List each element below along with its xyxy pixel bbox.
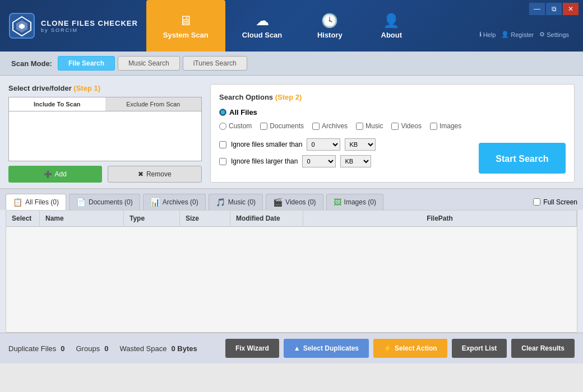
exclude-tab[interactable]: Exclude From Scan bbox=[105, 97, 202, 111]
result-tab-documents[interactable]: 📄 Documents (0) bbox=[69, 194, 140, 210]
groups-label: Groups bbox=[76, 344, 100, 353]
logo-text: CLONE FILES CHECKER by SORCIM bbox=[41, 19, 138, 33]
ignore-larger-checkbox[interactable] bbox=[219, 158, 226, 165]
all-files-label: All Files bbox=[229, 108, 257, 116]
table-body bbox=[6, 227, 577, 332]
duplicate-files-value: 0 bbox=[61, 344, 64, 353]
scan-mode-bar: Scan Mode: File Search Music Search iTun… bbox=[0, 52, 583, 76]
search-options-title: Search Options (Step 2) bbox=[219, 93, 566, 101]
results-table: Select Name Type Size Modified Date File… bbox=[6, 210, 577, 333]
images-result-icon: 🖼 bbox=[334, 198, 341, 207]
documents-checkbox-item: Documents bbox=[260, 122, 304, 130]
add-icon: ➕ bbox=[44, 170, 52, 178]
ignore-smaller-label: Ignore files smaller than bbox=[231, 141, 302, 148]
settings-button[interactable]: ⚙ Settings bbox=[539, 31, 569, 38]
remove-button[interactable]: ✖ Remove bbox=[108, 166, 202, 183]
fix-wizard-button[interactable]: Fix Wizard bbox=[225, 339, 279, 358]
folder-list bbox=[8, 111, 202, 161]
system-scan-label: System Scan bbox=[163, 31, 209, 39]
include-tab[interactable]: Include To Scan bbox=[9, 97, 105, 111]
th-modified: Modified Date bbox=[230, 211, 303, 226]
images-checkbox[interactable] bbox=[430, 123, 437, 130]
images-label: Images bbox=[439, 122, 461, 130]
folder-actions: ➕ Add ✖ Remove bbox=[8, 166, 202, 183]
cloud-scan-icon: ☁ bbox=[256, 13, 269, 29]
result-tab-all-files[interactable]: 📋 All Files (0) bbox=[6, 194, 66, 210]
documents-label: Documents bbox=[270, 122, 304, 130]
result-tab-videos[interactable]: 🎬 Videos (0) bbox=[266, 194, 323, 210]
ignore-larger-value[interactable]: 0 bbox=[302, 155, 336, 167]
groups-value: 0 bbox=[104, 344, 108, 353]
documents-checkbox[interactable] bbox=[260, 123, 267, 130]
history-icon: 🕓 bbox=[321, 13, 338, 29]
add-button[interactable]: ➕ Add bbox=[8, 166, 102, 183]
fullscreen-checkbox[interactable] bbox=[533, 198, 540, 206]
images-checkbox-item: Images bbox=[430, 122, 461, 130]
help-icon: ℹ bbox=[479, 31, 482, 38]
logo-icon bbox=[8, 12, 35, 39]
select-action-icon: ⚡ bbox=[383, 344, 392, 352]
wasted-space-value: 0 Bytes bbox=[171, 344, 197, 353]
custom-radio[interactable] bbox=[219, 123, 226, 130]
videos-checkbox-item: Videos bbox=[391, 122, 421, 130]
th-type: Type bbox=[124, 211, 180, 226]
register-button[interactable]: 👤 Register bbox=[501, 31, 534, 38]
all-files-radio[interactable] bbox=[219, 109, 226, 116]
videos-result-icon: 🎬 bbox=[273, 198, 283, 207]
export-list-button[interactable]: Export List bbox=[452, 339, 507, 358]
th-filepath: FilePath bbox=[303, 211, 577, 226]
maximize-button[interactable]: ⧉ bbox=[546, 3, 562, 15]
documents-result-icon: 📄 bbox=[76, 198, 86, 207]
all-files-result-label: All Files (0) bbox=[25, 198, 59, 206]
logo-area: CLONE FILES CHECKER by SORCIM bbox=[0, 12, 146, 39]
history-label: History bbox=[317, 31, 343, 39]
result-tab-images[interactable]: 🖼 Images (0) bbox=[326, 194, 383, 210]
th-select: Select bbox=[6, 211, 40, 226]
ignore-smaller-value[interactable]: 0 bbox=[307, 138, 340, 151]
select-action-button[interactable]: ⚡ Select Action bbox=[373, 339, 447, 358]
app-subtitle: by SORCIM bbox=[41, 27, 138, 33]
documents-result-label: Documents (0) bbox=[89, 198, 133, 206]
nav-tab-about[interactable]: 👤 About bbox=[360, 0, 422, 52]
status-actions: Fix Wizard ▲ Select Duplicates ⚡ Select … bbox=[225, 339, 575, 358]
wasted-space-label: Wasted Space bbox=[119, 344, 166, 353]
fullscreen-label: Full Screen bbox=[543, 198, 577, 206]
settings-icon: ⚙ bbox=[539, 31, 545, 38]
start-search-button[interactable]: Start Search bbox=[479, 143, 566, 174]
music-checkbox[interactable] bbox=[356, 123, 363, 130]
music-checkbox-item: Music bbox=[356, 122, 383, 130]
about-label: About bbox=[381, 31, 402, 39]
app-title: CLONE FILES CHECKER bbox=[41, 19, 138, 27]
result-tabs: 📋 All Files (0) 📄 Documents (0) 📊 Archiv… bbox=[0, 189, 583, 210]
nav-tab-history[interactable]: 🕓 History bbox=[299, 0, 360, 52]
mode-tab-itunes-search[interactable]: iTunes Search bbox=[183, 56, 247, 71]
result-tab-music[interactable]: 🎵 Music (0) bbox=[209, 194, 263, 210]
archives-result-label: Archives (0) bbox=[163, 198, 198, 206]
archives-checkbox[interactable] bbox=[312, 123, 320, 130]
result-tab-archives[interactable]: 📊 Archives (0) bbox=[143, 194, 206, 210]
ignore-larger-unit[interactable]: KB MB GB bbox=[340, 155, 371, 167]
close-button[interactable]: ✕ bbox=[563, 3, 579, 15]
clear-results-button[interactable]: Clear Results bbox=[511, 339, 575, 358]
help-button[interactable]: ℹ Help bbox=[479, 31, 496, 38]
music-result-icon: 🎵 bbox=[216, 198, 225, 207]
settings-label: Settings bbox=[547, 31, 569, 38]
select-duplicates-button[interactable]: ▲ Select Duplicates bbox=[284, 339, 369, 358]
register-label: Register bbox=[511, 31, 534, 38]
minimize-button[interactable]: — bbox=[529, 3, 545, 15]
ignore-smaller-unit[interactable]: KB MB GB bbox=[345, 138, 376, 151]
wasted-space-info: Wasted Space 0 Bytes bbox=[119, 344, 197, 353]
ignore-smaller-checkbox[interactable] bbox=[219, 141, 226, 148]
left-panel-title: Select drive/folder (Step 1) bbox=[8, 84, 202, 92]
mode-tab-music-search[interactable]: Music Search bbox=[118, 56, 180, 71]
main-content: Select drive/folder (Step 1) Include To … bbox=[0, 76, 583, 188]
music-result-label: Music (0) bbox=[228, 198, 256, 206]
remove-icon: ✖ bbox=[138, 170, 144, 178]
music-label: Music bbox=[365, 122, 383, 130]
archives-label: Archives bbox=[322, 122, 348, 130]
videos-checkbox[interactable] bbox=[391, 123, 399, 130]
mode-tab-file-search[interactable]: File Search bbox=[58, 56, 115, 71]
window-controls: — ⧉ ✕ bbox=[525, 0, 583, 18]
nav-tab-cloud-scan[interactable]: ☁ Cloud Scan bbox=[225, 0, 299, 52]
nav-tab-system-scan[interactable]: 🖥 System Scan bbox=[146, 0, 225, 52]
